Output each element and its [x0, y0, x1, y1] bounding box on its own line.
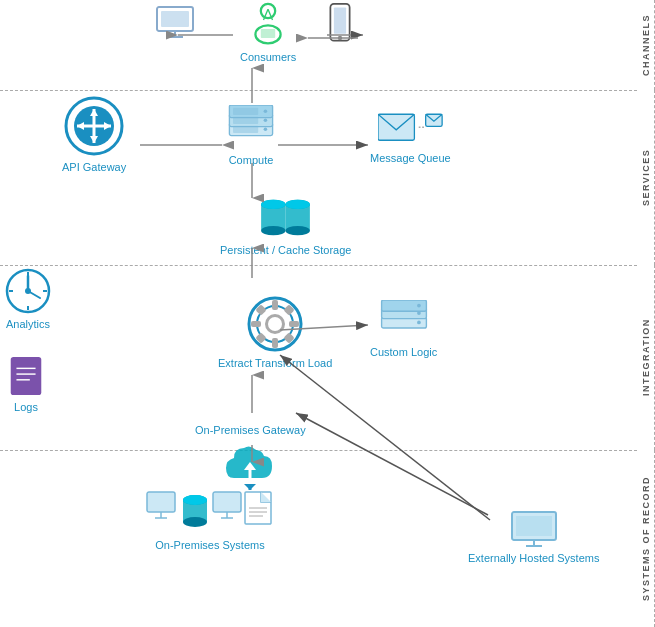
svg-rect-58: [289, 321, 299, 327]
node-custom-logic: Custom Logic: [370, 300, 437, 358]
onprem-gateway-label: On-Premises Gateway: [195, 424, 306, 436]
node-onprem-gateway: On-Premises Gateway: [195, 420, 306, 490]
compute-icon: [225, 105, 277, 150]
divider-services-integration: [0, 265, 637, 266]
node-logs: Logs: [8, 355, 44, 413]
svg-point-69: [417, 321, 421, 325]
architecture-diagram: CHANNELS SERVICES INTEGRATION SYSTEMS OF…: [0, 0, 655, 627]
cloud-upload-icon: [224, 440, 276, 490]
divider-integration-systems: [0, 450, 637, 451]
svg-point-68: [417, 311, 421, 315]
node-etl: Extract Transform Load: [218, 295, 332, 369]
svg-line-110: [296, 413, 488, 515]
svg-point-24: [264, 119, 268, 123]
etl-icon: [246, 295, 304, 353]
svg-rect-48: [11, 357, 42, 395]
svg-point-67: [417, 304, 421, 308]
ext-hosted-icon: [510, 510, 558, 548]
svg-point-35: [261, 200, 285, 209]
svg-point-25: [264, 128, 268, 132]
svg-point-79: [183, 517, 207, 527]
svg-point-38: [286, 226, 310, 235]
storage-icon: [258, 195, 313, 240]
node-consumers: Consumers: [240, 2, 296, 63]
svg-rect-90: [516, 516, 552, 536]
svg-rect-81: [213, 492, 241, 512]
svg-point-39: [286, 200, 310, 209]
onprem-systems-icon: [145, 490, 275, 535]
logs-label: Logs: [14, 401, 38, 413]
person-icon: [249, 2, 287, 47]
band-channels: CHANNELS: [637, 0, 655, 90]
svg-rect-26: [233, 108, 258, 115]
svg-rect-27: [233, 117, 258, 124]
node-analytics: Analytics: [5, 268, 51, 330]
etl-label: Extract Transform Load: [218, 357, 332, 369]
svg-point-80: [183, 495, 207, 505]
custom-logic-icon: [378, 300, 430, 342]
band-integration: INTEGRATION: [637, 265, 655, 450]
custom-logic-label: Custom Logic: [370, 346, 437, 358]
node-message-queue: Message Queue: [370, 110, 451, 164]
svg-line-109: [280, 355, 490, 520]
svg-point-47: [25, 288, 31, 294]
logs-icon: [8, 355, 44, 397]
svg-rect-10: [334, 7, 346, 33]
svg-rect-55: [272, 300, 278, 310]
compute-label: Compute: [229, 154, 274, 166]
svg-rect-57: [251, 321, 261, 327]
message-queue-label: Message Queue: [370, 152, 451, 164]
node-onprem-systems: On-Premises Systems: [145, 490, 275, 551]
api-gateway-label: API Gateway: [62, 161, 126, 173]
analytics-icon: [5, 268, 51, 314]
ext-hosted-label: Externally Hosted Systems: [468, 552, 599, 564]
svg-rect-6: [261, 29, 275, 38]
svg-rect-74: [147, 492, 175, 512]
node-api-gateway: API Gateway: [62, 95, 126, 173]
node-compute: Compute: [225, 105, 277, 166]
monitor-icon: [155, 5, 195, 40]
svg-point-34: [261, 226, 285, 235]
svg-point-23: [264, 110, 268, 114]
svg-rect-3: [161, 11, 189, 27]
svg-point-63: [268, 317, 282, 331]
node-monitor: [155, 5, 195, 40]
svg-rect-56: [272, 338, 278, 348]
svg-point-11: [338, 36, 342, 40]
node-phone: [326, 3, 354, 45]
band-systems-of-record: SYSTEMS OF RECORD: [637, 450, 655, 627]
divider-channels-services: [0, 90, 637, 91]
node-storage: Persistent / Cache Storage: [220, 195, 351, 256]
svg-rect-28: [233, 126, 258, 133]
onprem-systems-label: On-Premises Systems: [155, 539, 264, 551]
node-ext-hosted: Externally Hosted Systems: [468, 510, 599, 564]
api-gateway-icon: [63, 95, 125, 157]
storage-label: Persistent / Cache Storage: [220, 244, 351, 256]
phone-icon: [326, 3, 354, 45]
band-services: SERVICES: [637, 90, 655, 265]
svg-point-4: [261, 4, 275, 18]
message-queue-icon: [378, 110, 443, 148]
consumers-label: Consumers: [240, 51, 296, 63]
analytics-label: Analytics: [6, 318, 50, 330]
